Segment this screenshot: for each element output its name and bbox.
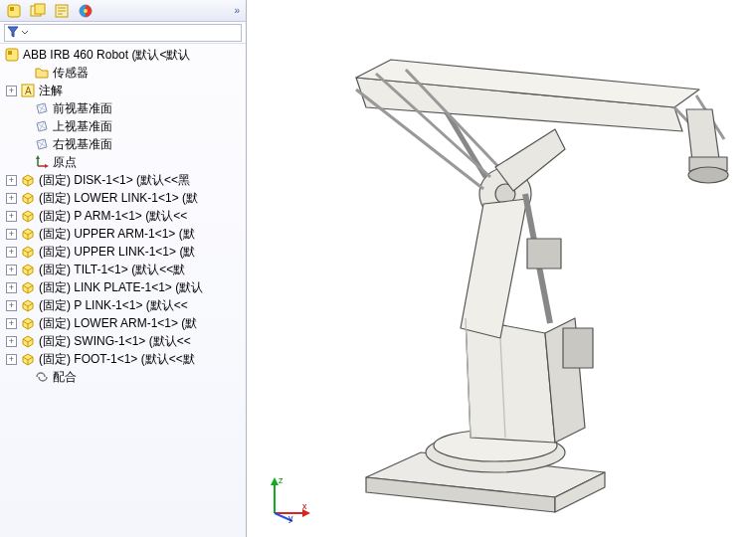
svg-point-6 bbox=[84, 9, 88, 13]
tree-item[interactable]: +(固定) UPPER ARM-1<1> (默 bbox=[2, 225, 246, 243]
part-icon bbox=[20, 351, 36, 367]
assembly-icon[interactable] bbox=[4, 2, 24, 20]
svg-rect-8 bbox=[8, 51, 12, 55]
robot-model bbox=[247, 0, 756, 537]
tree-item[interactable]: +(固定) LINK PLATE-1<1> (默认 bbox=[2, 278, 246, 296]
tree-item-label: 传感器 bbox=[53, 65, 89, 82]
tree-item[interactable]: 前视基准面 bbox=[2, 99, 246, 117]
filter-funnel-icon bbox=[7, 26, 19, 40]
expand-icon[interactable]: + bbox=[6, 247, 17, 258]
tree-item[interactable]: +(固定) P LINK-1<1> (默认<< bbox=[2, 296, 246, 314]
part-icon bbox=[20, 172, 36, 188]
tree-item-label: (固定) UPPER ARM-1<1> (默 bbox=[39, 226, 195, 243]
filter-input[interactable] bbox=[4, 24, 242, 42]
part-icon bbox=[20, 279, 36, 295]
mate-icon bbox=[34, 369, 50, 385]
part-icon bbox=[20, 244, 36, 260]
configurations-icon[interactable] bbox=[28, 2, 48, 20]
expand-icon[interactable]: + bbox=[6, 265, 17, 275]
axis-z-label: z bbox=[279, 475, 284, 485]
tree-item-label: 注解 bbox=[39, 83, 63, 99]
tree-item[interactable]: +A注解 bbox=[2, 82, 246, 99]
tree-item[interactable]: +(固定) TILT-1<1> (默认<<默 bbox=[2, 261, 246, 278]
tree-item[interactable]: +(固定) UPPER LINK-1<1> (默 bbox=[2, 243, 246, 261]
tree-toolbar: » bbox=[0, 0, 246, 22]
tree-item[interactable]: 原点 bbox=[2, 153, 246, 171]
property-manager-icon[interactable] bbox=[52, 2, 72, 20]
plane-icon bbox=[34, 100, 50, 116]
tree-item[interactable]: +(固定) SWING-1<1> (默认<< bbox=[2, 332, 246, 350]
svg-marker-13 bbox=[36, 155, 40, 159]
svg-rect-17 bbox=[563, 328, 593, 368]
tree-item-label: (固定) LOWER LINK-1<1> (默 bbox=[39, 190, 198, 207]
tree-item-label: 前视基准面 bbox=[53, 100, 112, 117]
tree-item[interactable]: +(固定) DISK-1<1> (默认<<黑 bbox=[2, 171, 246, 189]
part-icon bbox=[20, 333, 36, 349]
tree-item-label: (固定) FOOT-1<1> (默认<<默 bbox=[39, 351, 195, 368]
expand-icon[interactable]: + bbox=[6, 193, 17, 204]
expand-placeholder bbox=[20, 372, 31, 383]
feature-tree-panel: » ABB IRB 460 Robot (默认<默认 传感器+A注解前视基准面上… bbox=[0, 0, 247, 537]
tree-item-label: (固定) P LINK-1<1> (默认<< bbox=[39, 297, 188, 314]
tree-item-label: (固定) TILT-1<1> (默认<<默 bbox=[39, 262, 185, 278]
tree-item[interactable]: 上视基准面 bbox=[2, 117, 246, 135]
filter-row bbox=[0, 22, 246, 44]
tree-item[interactable]: +(固定) LOWER LINK-1<1> (默 bbox=[2, 189, 246, 207]
part-icon bbox=[20, 226, 36, 242]
tree-item-label: (固定) DISK-1<1> (默认<<黑 bbox=[39, 172, 190, 189]
assembly-icon bbox=[4, 47, 20, 63]
toolbar-overflow[interactable]: » bbox=[234, 5, 242, 16]
tree-item-label: (固定) UPPER LINK-1<1> (默 bbox=[39, 244, 195, 261]
tree-item-label: (固定) SWING-1<1> (默认<< bbox=[39, 333, 191, 350]
tree-item-label: (固定) LOWER ARM-1<1> (默 bbox=[39, 315, 197, 332]
svg-marker-14 bbox=[45, 164, 49, 168]
plane-icon bbox=[34, 118, 50, 134]
svg-rect-3 bbox=[35, 4, 45, 14]
expand-icon[interactable]: + bbox=[6, 336, 17, 347]
filter-dropdown-icon[interactable] bbox=[21, 27, 29, 39]
svg-rect-22 bbox=[527, 239, 561, 268]
tree-item[interactable]: +(固定) FOOT-1<1> (默认<<默 bbox=[2, 350, 246, 368]
tree-item-label: (固定) P ARM-1<1> (默认<< bbox=[39, 208, 187, 225]
expand-placeholder bbox=[20, 121, 31, 132]
tree-item[interactable]: +(固定) P ARM-1<1> (默认<< bbox=[2, 207, 246, 225]
graphics-viewport[interactable]: z x y bbox=[247, 0, 756, 537]
expand-icon[interactable]: + bbox=[6, 86, 17, 96]
part-icon bbox=[20, 262, 36, 277]
part-icon bbox=[20, 297, 36, 313]
part-icon bbox=[20, 208, 36, 224]
expand-icon[interactable]: + bbox=[6, 300, 17, 311]
svg-rect-1 bbox=[10, 7, 14, 11]
part-icon bbox=[20, 190, 36, 206]
tree-item[interactable]: +(固定) LOWER ARM-1<1> (默 bbox=[2, 314, 246, 332]
feature-tree[interactable]: ABB IRB 460 Robot (默认<默认 传感器+A注解前视基准面上视基… bbox=[0, 44, 246, 537]
expand-icon[interactable]: + bbox=[6, 229, 17, 240]
view-triad[interactable]: z x y bbox=[265, 473, 314, 523]
expand-icon[interactable]: + bbox=[6, 354, 17, 365]
expand-placeholder bbox=[20, 157, 31, 168]
expand-icon[interactable]: + bbox=[6, 175, 17, 186]
tree-item-label: (固定) LINK PLATE-1<1> (默认 bbox=[39, 279, 203, 296]
tree-item-label: 上视基准面 bbox=[53, 118, 112, 135]
plane-icon bbox=[34, 136, 50, 152]
expand-icon[interactable]: + bbox=[6, 318, 17, 329]
svg-point-21 bbox=[688, 167, 728, 183]
expand-placeholder bbox=[20, 139, 31, 150]
tree-root[interactable]: ABB IRB 460 Robot (默认<默认 bbox=[2, 46, 246, 64]
annote-icon: A bbox=[20, 83, 36, 98]
axis-y-label: y bbox=[288, 513, 293, 523]
folder-icon bbox=[34, 65, 50, 81]
tree-item[interactable]: 右视基准面 bbox=[2, 135, 246, 153]
tree-item-label: 原点 bbox=[53, 154, 77, 171]
axis-x-label: x bbox=[302, 501, 307, 511]
tree-root-label: ABB IRB 460 Robot (默认<默认 bbox=[23, 47, 190, 64]
svg-marker-24 bbox=[271, 477, 279, 485]
tree-item[interactable]: 配合 bbox=[2, 368, 246, 386]
part-icon bbox=[20, 315, 36, 331]
svg-text:A: A bbox=[25, 86, 32, 96]
appearances-icon[interactable] bbox=[76, 2, 95, 20]
tree-item[interactable]: 传感器 bbox=[2, 64, 246, 82]
origin-icon bbox=[34, 154, 50, 170]
expand-icon[interactable]: + bbox=[6, 211, 17, 222]
expand-icon[interactable]: + bbox=[6, 282, 17, 293]
